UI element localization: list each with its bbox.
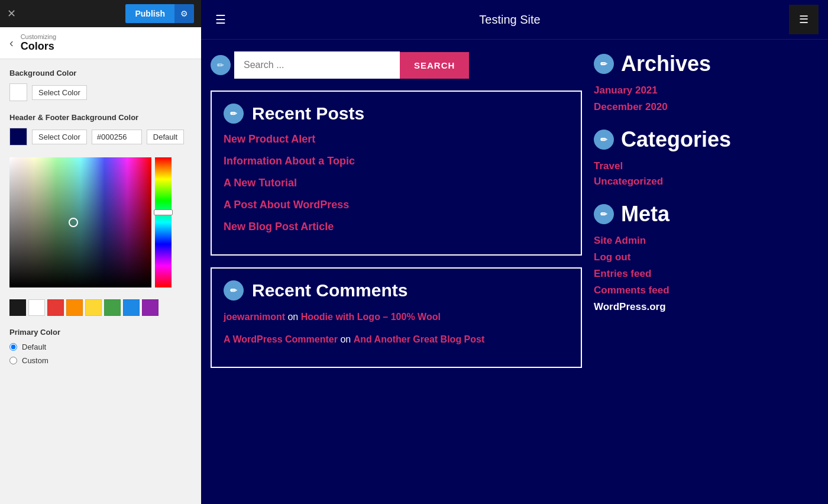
swatch-yellow[interactable]: [85, 299, 102, 316]
comment-entry-1: joewarnimont on Hoodie with Logo – 100% …: [224, 310, 569, 324]
archives-edit-icon[interactable]: ✏: [594, 54, 614, 74]
meta-link-4[interactable]: Comments feed: [594, 285, 819, 296]
hf-color-swatch[interactable]: [9, 128, 27, 146]
archives-title: ✏ Archives: [594, 51, 819, 76]
background-color-section: Background Color Select Color: [9, 69, 192, 101]
category-link-2[interactable]: Uncategorized: [594, 176, 819, 188]
post-link-1[interactable]: New Product Alert: [224, 133, 569, 146]
meta-link-3[interactable]: Entries feed: [594, 268, 819, 280]
close-button[interactable]: ✕: [7, 8, 16, 19]
swatch-green[interactable]: [104, 299, 121, 316]
primary-color-default-option[interactable]: Default: [9, 343, 192, 351]
post-link-2[interactable]: Information About a Topic: [224, 155, 569, 167]
recent-comments-widget: ✏ Recent Comments joewarnimont on Hoodie…: [211, 267, 582, 368]
hf-color-row: Select Color Default: [9, 128, 192, 146]
swatch-purple[interactable]: [142, 299, 159, 316]
color-gradient[interactable]: [9, 157, 151, 287]
swatch-black[interactable]: [9, 299, 26, 316]
recent-posts-edit-icon[interactable]: ✏: [224, 104, 244, 124]
meta-link-2[interactable]: Log out: [594, 251, 819, 263]
post-link-5[interactable]: New Blog Post Article: [224, 221, 569, 233]
comment-author-1[interactable]: joewarnimont: [224, 312, 285, 322]
pencil-icon-archives: ✏: [600, 59, 607, 69]
hamburger-button[interactable]: ☰: [211, 10, 231, 29]
recent-comments-edit-icon[interactable]: ✏: [224, 280, 244, 301]
nav-bar: ‹ Customizing Colors: [0, 27, 201, 59]
primary-color-custom-option[interactable]: Custom: [9, 356, 192, 365]
recent-posts-title: ✏ Recent Posts: [224, 104, 569, 124]
hex-color-input[interactable]: [92, 130, 142, 144]
meta-section: ✏ Meta Site Admin Log out Entries feed C…: [594, 202, 819, 313]
swatch-orange[interactable]: [66, 299, 83, 316]
recent-posts-widget: ✏ Recent Posts New Product Alert Informa…: [211, 91, 582, 256]
hue-handle: [154, 209, 173, 215]
select-bg-color-button[interactable]: Select Color: [32, 85, 87, 100]
breadcrumb: Customizing: [21, 33, 57, 40]
hf-color-section: Header & Footer Background Color Select …: [9, 113, 192, 146]
pencil-icon-meta: ✏: [600, 209, 607, 219]
search-edit-icon[interactable]: ✏: [211, 55, 231, 75]
pencil-icon-comments: ✏: [230, 286, 237, 295]
search-input[interactable]: [234, 51, 400, 79]
meta-edit-icon[interactable]: ✏: [594, 204, 614, 224]
categories-title: ✏ Categories: [594, 127, 819, 152]
meta-link-5[interactable]: WordPress.org: [594, 301, 819, 313]
background-color-swatch[interactable]: [9, 83, 27, 101]
meta-title: ✏ Meta: [594, 202, 819, 227]
default-color-button[interactable]: Default: [147, 130, 184, 144]
top-right-menu-icon: ☰: [799, 13, 808, 26]
archive-link-2[interactable]: December 2020: [594, 101, 819, 113]
main-content: ✏ SEARCH ✏ Recent Posts New Product Aler…: [201, 40, 828, 504]
primary-color-custom-radio[interactable]: [9, 357, 17, 364]
hf-color-label: Header & Footer Background Color: [9, 113, 192, 122]
background-color-row: Select Color: [9, 83, 192, 101]
top-right-menu[interactable]: ☰: [789, 5, 819, 34]
comment-post-1[interactable]: Hoodie with Logo – 100% Wool: [301, 312, 441, 322]
select-hf-color-button[interactable]: Select Color: [32, 130, 87, 144]
primary-color-default-label: Default: [22, 343, 46, 351]
swatch-red[interactable]: [47, 299, 64, 316]
swatch-white[interactable]: [28, 299, 45, 316]
top-bar: ✕ Publish ⚙: [0, 0, 201, 27]
comment-on-1: on: [287, 312, 300, 322]
background-color-label: Background Color: [9, 69, 192, 77]
back-button[interactable]: ‹: [9, 36, 14, 50]
color-swatches: [9, 299, 192, 316]
swatch-blue[interactable]: [123, 299, 140, 316]
publish-group: Publish ⚙: [125, 4, 194, 23]
site-preview: ☰ Testing Site ☰ ✏ SEARCH ✏: [201, 0, 828, 504]
publish-button[interactable]: Publish: [125, 4, 174, 23]
hue-slider[interactable]: [155, 157, 172, 287]
meta-link-1[interactable]: Site Admin: [594, 235, 819, 247]
customizer-panel: ✕ Publish ⚙ ‹ Customizing Colors Backgro…: [0, 0, 201, 504]
panel-content: Background Color Select Color Header & F…: [0, 59, 201, 380]
primary-color-custom-label: Custom: [22, 356, 48, 365]
recent-comments-title: ✏ Recent Comments: [224, 280, 569, 301]
comment-on-2: on: [340, 334, 353, 344]
primary-color-label: Primary Color: [9, 328, 192, 337]
category-link-1[interactable]: Travel: [594, 160, 819, 172]
categories-section: ✏ Categories Travel Uncategorized: [594, 127, 819, 188]
pencil-icon: ✏: [217, 60, 224, 70]
site-header: ☰ Testing Site ☰: [201, 0, 828, 40]
post-link-4[interactable]: A Post About WordPress: [224, 199, 569, 211]
primary-color-default-radio[interactable]: [9, 343, 17, 351]
search-widget: ✏ SEARCH: [211, 51, 582, 79]
panel-title: Colors: [21, 40, 57, 53]
comment-author-2[interactable]: A WordPress Commenter: [224, 334, 338, 344]
site-title: Testing Site: [479, 13, 540, 27]
comment-entry-2: A WordPress Commenter on And Another Gre…: [224, 332, 569, 347]
archive-link-1[interactable]: January 2021: [594, 85, 819, 96]
right-column: ✏ Archives January 2021 December 2020 ✏ …: [594, 51, 819, 492]
archives-section: ✏ Archives January 2021 December 2020: [594, 51, 819, 113]
primary-color-section: Primary Color Default Custom: [9, 328, 192, 365]
pencil-icon: ✏: [230, 109, 237, 118]
search-button[interactable]: SEARCH: [400, 52, 469, 79]
categories-edit-icon[interactable]: ✏: [594, 130, 614, 150]
nav-labels: Customizing Colors: [21, 33, 57, 53]
color-picker[interactable]: [9, 157, 192, 287]
post-link-3[interactable]: A New Tutorial: [224, 177, 569, 189]
comment-post-2[interactable]: And Another Great Blog Post: [354, 334, 485, 344]
settings-button[interactable]: ⚙: [174, 4, 194, 23]
pencil-icon-categories: ✏: [600, 135, 607, 144]
